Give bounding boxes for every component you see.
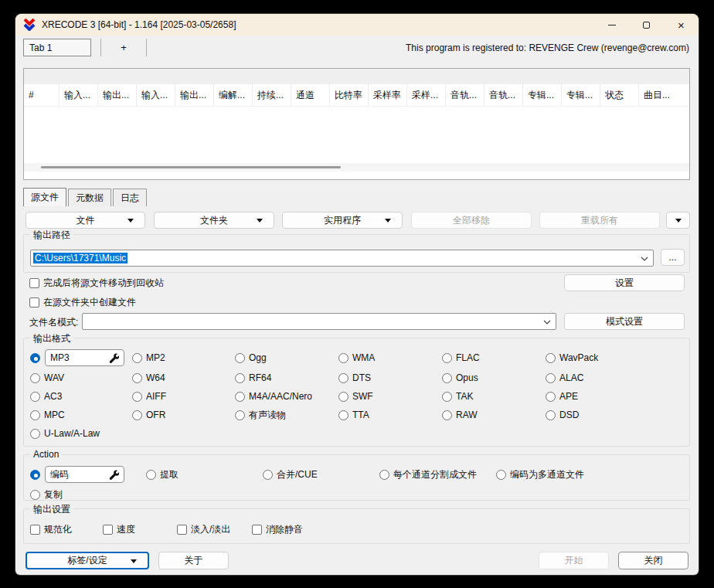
column-header[interactable]: 曲目... (639, 84, 689, 106)
radio-icon (442, 410, 452, 420)
action-option-encode-multichannel[interactable]: 编码为多通道文件 (496, 468, 684, 481)
fade-in-out-checkbox[interactable]: 淡入/淡出 (177, 523, 252, 536)
column-header[interactable]: 比特率 (330, 84, 369, 106)
format-option-ogg[interactable]: Ogg (235, 352, 338, 363)
close-button[interactable]: × (664, 14, 699, 36)
scrollbar-thumb[interactable] (41, 166, 341, 168)
format-option-alac[interactable]: ALAC (546, 372, 684, 383)
action-option-merge-cue[interactable]: 合并/CUE (263, 468, 379, 481)
format-option-opus[interactable]: Opus (442, 372, 546, 383)
radio-icon (496, 470, 506, 480)
column-header[interactable]: 音轨... (446, 84, 484, 106)
action-option-copy[interactable]: 复制 (30, 488, 146, 501)
column-header[interactable]: 输入... (137, 84, 175, 106)
column-header[interactable]: 通道 (291, 84, 330, 106)
browse-path-button[interactable]: ... (661, 249, 685, 266)
filename-pattern-combobox[interactable] (82, 313, 556, 330)
maximize-button[interactable] (629, 14, 664, 36)
chevron-down-icon (641, 257, 648, 261)
tags-settings-button[interactable]: 标签/设定 (26, 552, 149, 569)
action-option-encode[interactable]: 编码 (30, 466, 146, 483)
tab-source-files[interactable]: 源文件 (23, 188, 66, 206)
add-tab-button[interactable]: + (101, 39, 146, 56)
format-option-ofr[interactable]: OFR (132, 410, 235, 420)
format-option-swf[interactable]: SWF (338, 391, 442, 402)
format-option-wavpack[interactable]: WavPack (546, 352, 684, 363)
start-button[interactable]: 开始 (539, 552, 609, 569)
column-header[interactable]: 音轨... (484, 84, 523, 106)
column-header[interactable]: 输入... (60, 84, 98, 106)
format-option-w64[interactable]: W64 (132, 372, 235, 383)
format-option-rf64[interactable]: RF64 (235, 372, 338, 383)
close-window-button[interactable]: 关闭 (618, 552, 688, 569)
wrench-icon[interactable] (109, 470, 119, 480)
minimize-button[interactable] (594, 14, 629, 36)
format-option-wma[interactable]: WMA (338, 352, 442, 363)
action-options-grid: 编码 提取 合并/CUE 每个通道分割成文件 编码为多通道文件 复制 (30, 464, 684, 504)
radio-icon (442, 353, 452, 363)
column-header[interactable]: 编解... (214, 84, 253, 106)
folder-menu-button[interactable]: 文件夹 (154, 212, 274, 229)
selected-format-box[interactable]: MP3 (45, 349, 124, 366)
create-in-source-checkbox[interactable]: 在源文件夹中创建文件 (29, 296, 136, 309)
format-option-ac3[interactable]: AC3 (30, 391, 132, 402)
more-options-button[interactable] (666, 212, 690, 229)
reload-all-button[interactable]: 重载所有 (539, 212, 660, 229)
action-group: Action 编码 提取 合并/CUE 每个通道分割成文件 编码为多通道文件 复… (23, 454, 690, 501)
window-title: XRECODE 3 [64-bit] - 1.164 [2025-03-05/2… (42, 19, 236, 30)
column-header[interactable]: 状态 (600, 84, 639, 106)
column-header[interactable]: # (24, 84, 60, 106)
tab-log[interactable]: 日志 (113, 189, 147, 206)
format-option-tta[interactable]: TTA (338, 410, 442, 420)
format-option-raw[interactable]: RAW (442, 410, 546, 420)
checkbox-icon (252, 525, 262, 535)
column-header[interactable]: 采样率 (369, 84, 407, 106)
horizontal-scrollbar[interactable] (24, 163, 689, 172)
move-to-recycle-checkbox[interactable]: 完成后将源文件移动到回收站 (29, 277, 164, 290)
radio-icon (132, 410, 142, 420)
radio-icon (30, 429, 40, 439)
utilities-menu-button[interactable]: 实用程序 (282, 212, 403, 229)
normalize-checkbox[interactable]: 规范化 (30, 523, 103, 536)
output-path-combobox[interactable]: C:\Users\17371\Music (30, 250, 654, 267)
radio-icon (338, 392, 348, 402)
format-option-flac[interactable]: FLAC (442, 352, 546, 363)
file-list-body[interactable] (24, 107, 689, 163)
about-button[interactable]: 关于 (158, 552, 229, 569)
format-option-ape[interactable]: APE (546, 391, 684, 402)
format-option-ulaw-alaw[interactable]: U-Law/A-Law (30, 428, 132, 439)
format-option-m4a[interactable]: M4A/AAC/Nero (235, 391, 338, 402)
format-option-mp2[interactable]: MP2 (132, 352, 235, 363)
format-option-tak[interactable]: TAK (442, 391, 546, 402)
column-header[interactable]: 专辑... (523, 84, 562, 106)
column-header[interactable]: 采样... (407, 84, 446, 106)
format-option-wav[interactable]: WAV (30, 372, 132, 383)
action-option-extract[interactable]: 提取 (146, 468, 263, 481)
output-path-value: C:\Users\17371\Music (33, 253, 128, 263)
radio-icon (263, 470, 273, 480)
format-option-mp3[interactable]: MP3 (30, 349, 132, 366)
speed-checkbox[interactable]: 速度 (103, 523, 177, 536)
wrench-icon[interactable] (109, 353, 119, 363)
selected-action-box[interactable]: 编码 (45, 466, 124, 483)
radio-icon (338, 353, 348, 363)
file-list-panel[interactable]: # 输入... 输出... 输入... 输出... 编解... 持续... 通道… (23, 68, 690, 180)
action-option-split-per-channel[interactable]: 每个通道分割成文件 (379, 468, 496, 481)
column-header[interactable]: 持续... (253, 84, 291, 106)
format-option-dts[interactable]: DTS (338, 372, 442, 383)
tab-1[interactable]: Tab 1 (23, 39, 91, 56)
pattern-settings-button[interactable]: 模式设置 (564, 313, 685, 330)
format-option-mpc[interactable]: MPC (30, 410, 132, 420)
remove-all-button[interactable]: 全部移除 (411, 212, 532, 229)
file-menu-button[interactable]: 文件 (26, 212, 145, 229)
settings-button[interactable]: 设置 (564, 274, 685, 291)
column-header[interactable]: 输出... (98, 84, 137, 106)
column-header[interactable]: 输出... (175, 84, 214, 106)
remove-silence-checkbox[interactable]: 消除静音 (252, 523, 684, 536)
format-option-aiff[interactable]: AIFF (132, 391, 235, 402)
filename-pattern-label: 文件名模式: (29, 316, 78, 329)
format-option-audiobook[interactable]: 有声读物 (235, 409, 338, 422)
tab-metadata[interactable]: 元数据 (68, 189, 111, 206)
column-header[interactable]: 专辑... (562, 84, 600, 106)
format-option-dsd[interactable]: DSD (546, 410, 684, 420)
